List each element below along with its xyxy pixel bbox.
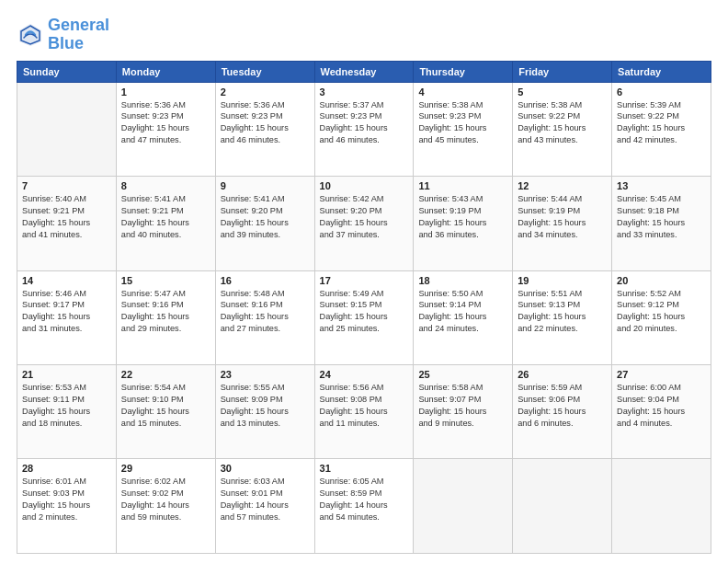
calendar-cell: 2Sunrise: 5:36 AM Sunset: 9:23 PM Daylig… [215, 82, 314, 176]
day-number: 27 [617, 369, 706, 380]
calendar-cell: 12Sunrise: 5:44 AM Sunset: 9:19 PM Dayli… [513, 177, 612, 270]
calendar-cell: 21Sunrise: 5:53 AM Sunset: 9:11 PM Dayli… [17, 365, 117, 459]
calendar-cell: 10Sunrise: 5:42 AM Sunset: 9:20 PM Dayli… [314, 177, 414, 270]
day-info: Sunrise: 6:05 AM Sunset: 8:59 PM Dayligh… [320, 476, 409, 523]
day-number: 18 [418, 275, 507, 286]
calendar-cell: 25Sunrise: 5:58 AM Sunset: 9:07 PM Dayli… [414, 365, 513, 459]
calendar-cell: 11Sunrise: 5:43 AM Sunset: 9:19 PM Dayli… [414, 177, 513, 270]
day-info: Sunrise: 5:38 AM Sunset: 9:23 PM Dayligh… [418, 99, 507, 147]
day-number: 17 [320, 275, 409, 286]
day-info: Sunrise: 5:41 AM Sunset: 9:20 PM Dayligh… [221, 193, 310, 241]
calendar-week-row: 21Sunrise: 5:53 AM Sunset: 9:11 PM Dayli… [17, 365, 711, 459]
day-info: Sunrise: 5:37 AM Sunset: 9:23 PM Dayligh… [320, 99, 409, 147]
day-info: Sunrise: 6:00 AM Sunset: 9:04 PM Dayligh… [617, 382, 706, 430]
day-number: 8 [121, 180, 210, 191]
calendar-cell: 16Sunrise: 5:48 AM Sunset: 9:16 PM Dayli… [215, 270, 314, 364]
day-info: Sunrise: 5:55 AM Sunset: 9:09 PM Dayligh… [221, 382, 310, 430]
day-number: 6 [617, 86, 706, 98]
day-number: 13 [617, 180, 706, 191]
day-info: Sunrise: 5:53 AM Sunset: 9:11 PM Dayligh… [22, 382, 111, 430]
day-info: Sunrise: 5:54 AM Sunset: 9:10 PM Dayligh… [121, 382, 210, 430]
day-number: 19 [518, 275, 607, 286]
calendar-cell: 6Sunrise: 5:39 AM Sunset: 9:22 PM Daylig… [612, 82, 711, 176]
day-info: Sunrise: 6:03 AM Sunset: 9:01 PM Dayligh… [221, 476, 310, 523]
day-info: Sunrise: 5:39 AM Sunset: 9:22 PM Dayligh… [617, 99, 706, 147]
day-number: 24 [320, 369, 409, 380]
calendar-cell: 8Sunrise: 5:41 AM Sunset: 9:21 PM Daylig… [116, 177, 215, 270]
calendar-week-row: 28Sunrise: 6:01 AM Sunset: 9:03 PM Dayli… [17, 459, 711, 554]
calendar-cell: 13Sunrise: 5:45 AM Sunset: 9:18 PM Dayli… [612, 177, 711, 270]
day-number: 7 [22, 180, 111, 191]
calendar-cell: 14Sunrise: 5:46 AM Sunset: 9:17 PM Dayli… [17, 270, 117, 364]
calendar-cell: 29Sunrise: 6:02 AM Sunset: 9:02 PM Dayli… [116, 459, 215, 554]
calendar-day-header: Saturday [612, 61, 711, 82]
day-info: Sunrise: 5:45 AM Sunset: 9:18 PM Dayligh… [617, 193, 706, 241]
day-number: 3 [320, 86, 409, 98]
calendar-day-header: Tuesday [215, 61, 314, 82]
calendar-cell: 18Sunrise: 5:50 AM Sunset: 9:14 PM Dayli… [414, 270, 513, 364]
calendar-cell: 22Sunrise: 5:54 AM Sunset: 9:10 PM Dayli… [116, 365, 215, 459]
day-number: 28 [22, 463, 111, 474]
calendar-cell: 31Sunrise: 6:05 AM Sunset: 8:59 PM Dayli… [314, 459, 414, 554]
day-number: 12 [518, 180, 607, 191]
calendar-week-row: 7Sunrise: 5:40 AM Sunset: 9:21 PM Daylig… [17, 177, 711, 270]
day-number: 9 [221, 180, 310, 191]
day-info: Sunrise: 5:36 AM Sunset: 9:23 PM Dayligh… [221, 99, 310, 147]
calendar-day-header: Friday [513, 61, 612, 82]
calendar-cell: 23Sunrise: 5:55 AM Sunset: 9:09 PM Dayli… [215, 365, 314, 459]
day-number: 29 [121, 463, 210, 474]
day-info: Sunrise: 5:46 AM Sunset: 9:17 PM Dayligh… [22, 288, 111, 336]
calendar-cell [17, 82, 117, 176]
day-info: Sunrise: 5:47 AM Sunset: 9:16 PM Dayligh… [121, 288, 210, 336]
calendar-cell: 26Sunrise: 5:59 AM Sunset: 9:06 PM Dayli… [513, 365, 612, 459]
calendar-day-header: Thursday [414, 61, 513, 82]
calendar-cell [612, 459, 711, 554]
calendar-cell: 27Sunrise: 6:00 AM Sunset: 9:04 PM Dayli… [612, 365, 711, 459]
day-number: 2 [221, 86, 310, 98]
day-info: Sunrise: 5:41 AM Sunset: 9:21 PM Dayligh… [121, 193, 210, 241]
day-info: Sunrise: 5:42 AM Sunset: 9:20 PM Dayligh… [320, 193, 409, 241]
day-info: Sunrise: 5:58 AM Sunset: 9:07 PM Dayligh… [418, 382, 507, 430]
calendar-table: SundayMondayTuesdayWednesdayThursdayFrid… [17, 61, 711, 554]
calendar-week-row: 1Sunrise: 5:36 AM Sunset: 9:23 PM Daylig… [17, 82, 711, 176]
calendar-cell: 30Sunrise: 6:03 AM Sunset: 9:01 PM Dayli… [215, 459, 314, 554]
calendar-week-row: 14Sunrise: 5:46 AM Sunset: 9:17 PM Dayli… [17, 270, 711, 364]
day-number: 15 [121, 275, 210, 286]
day-number: 4 [418, 86, 507, 98]
calendar-cell: 24Sunrise: 5:56 AM Sunset: 9:08 PM Dayli… [314, 365, 414, 459]
calendar-header-row: SundayMondayTuesdayWednesdayThursdayFrid… [17, 61, 711, 82]
day-info: Sunrise: 5:51 AM Sunset: 9:13 PM Dayligh… [518, 288, 607, 336]
day-info: Sunrise: 5:50 AM Sunset: 9:14 PM Dayligh… [418, 288, 507, 336]
day-info: Sunrise: 5:59 AM Sunset: 9:06 PM Dayligh… [518, 382, 607, 430]
day-number: 11 [418, 180, 507, 191]
day-info: Sunrise: 5:43 AM Sunset: 9:19 PM Dayligh… [418, 193, 507, 241]
calendar-cell: 1Sunrise: 5:36 AM Sunset: 9:23 PM Daylig… [116, 82, 215, 176]
day-number: 23 [221, 369, 310, 380]
day-info: Sunrise: 5:52 AM Sunset: 9:12 PM Dayligh… [617, 288, 706, 336]
day-info: Sunrise: 5:38 AM Sunset: 9:22 PM Dayligh… [518, 99, 607, 147]
calendar-cell: 5Sunrise: 5:38 AM Sunset: 9:22 PM Daylig… [513, 82, 612, 176]
calendar-cell [513, 459, 612, 554]
calendar-cell [414, 459, 513, 554]
day-number: 5 [518, 86, 607, 98]
day-info: Sunrise: 5:48 AM Sunset: 9:16 PM Dayligh… [221, 288, 310, 336]
day-number: 20 [617, 275, 706, 286]
logo: General Blue [17, 17, 109, 53]
day-number: 14 [22, 275, 111, 286]
day-number: 21 [22, 369, 111, 380]
calendar-cell: 28Sunrise: 6:01 AM Sunset: 9:03 PM Dayli… [17, 459, 117, 554]
day-info: Sunrise: 5:36 AM Sunset: 9:23 PM Dayligh… [121, 99, 210, 147]
logo-text: General Blue [48, 17, 109, 53]
day-info: Sunrise: 6:01 AM Sunset: 9:03 PM Dayligh… [22, 476, 111, 523]
calendar-cell: 15Sunrise: 5:47 AM Sunset: 9:16 PM Dayli… [116, 270, 215, 364]
calendar-cell: 20Sunrise: 5:52 AM Sunset: 9:12 PM Dayli… [612, 270, 711, 364]
calendar-cell: 19Sunrise: 5:51 AM Sunset: 9:13 PM Dayli… [513, 270, 612, 364]
day-info: Sunrise: 5:44 AM Sunset: 9:19 PM Dayligh… [518, 193, 607, 241]
calendar-cell: 3Sunrise: 5:37 AM Sunset: 9:23 PM Daylig… [314, 82, 414, 176]
calendar-cell: 4Sunrise: 5:38 AM Sunset: 9:23 PM Daylig… [414, 82, 513, 176]
day-number: 25 [418, 369, 507, 380]
calendar-day-header: Sunday [17, 61, 117, 82]
calendar-cell: 9Sunrise: 5:41 AM Sunset: 9:20 PM Daylig… [215, 177, 314, 270]
day-info: Sunrise: 5:49 AM Sunset: 9:15 PM Dayligh… [320, 288, 409, 336]
calendar-day-header: Monday [116, 61, 215, 82]
